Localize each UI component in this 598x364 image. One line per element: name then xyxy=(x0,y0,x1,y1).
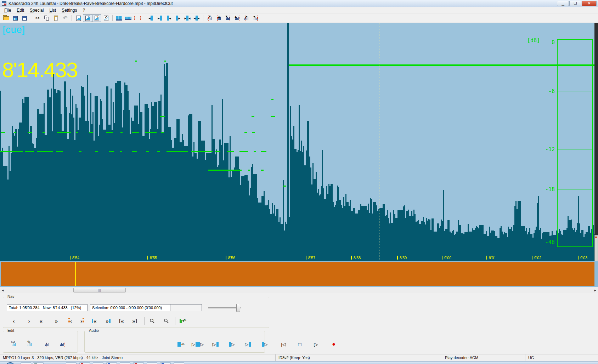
trim-out-a-button[interactable]: ◂ xyxy=(164,14,174,22)
sel-begin-back-button[interactable]: ‹ xyxy=(64,316,76,325)
taskbar-button[interactable] xyxy=(147,362,157,364)
nav-group-label: Nav xyxy=(6,294,16,298)
menu-item-help[interactable]: ? xyxy=(80,7,88,13)
sel-end-fwd-button[interactable]: › xyxy=(76,316,88,325)
goto-sel-end-button[interactable]: » xyxy=(102,316,114,325)
status-mode: UC xyxy=(525,354,598,362)
close-button[interactable]: ✕ xyxy=(582,1,597,6)
doc-wave-r-button[interactable]: ⟲ xyxy=(101,14,111,22)
trim-in-a-button[interactable]: ◂ xyxy=(146,14,155,22)
aux-field[interactable] xyxy=(170,304,202,311)
trim-out-b-button[interactable]: ▸ xyxy=(174,14,183,22)
waveform-canvas[interactable] xyxy=(0,23,598,261)
record-button[interactable]: ● xyxy=(328,340,340,349)
goto-start-button[interactable]: [« xyxy=(115,316,128,325)
menu-item-edit[interactable]: Edit xyxy=(14,7,27,13)
set-end-button[interactable] xyxy=(56,340,68,349)
cut-button[interactable]: ✂ xyxy=(33,14,42,22)
button-separator xyxy=(175,317,175,325)
wave-full-button[interactable] xyxy=(114,14,124,22)
maximize-button[interactable]: ❐ xyxy=(569,1,581,6)
toolbar-separator xyxy=(72,15,72,21)
menu-item-file[interactable]: File xyxy=(1,7,14,13)
step-fwd-button[interactable]: › xyxy=(23,316,35,325)
set-begin-button[interactable] xyxy=(41,340,53,349)
open-file-button[interactable] xyxy=(1,14,11,22)
marker-a-button[interactable]: ▾ xyxy=(205,14,214,22)
taskbar-button[interactable] xyxy=(120,362,130,364)
marker-d-button[interactable]: ▴ xyxy=(233,14,242,22)
zoom-in-button[interactable]: + xyxy=(146,316,158,325)
overview-bar[interactable] xyxy=(0,261,598,287)
undo-button[interactable]: ↶ xyxy=(61,14,70,22)
scroll-left-arrow[interactable]: ◄ xyxy=(0,288,5,293)
titlebar[interactable]: Kaaosradio 24h Lauantai - DnB-Breaks-Rav… xyxy=(0,0,598,7)
taskbar-button[interactable] xyxy=(21,362,31,364)
zoom-out-button[interactable]: − xyxy=(160,316,173,325)
position-field[interactable]: Total: 1:05'00.284 Now: 8'14.433 (12%) xyxy=(7,304,88,311)
toolbar-separator xyxy=(112,15,113,21)
taskbar-button[interactable] xyxy=(66,362,77,364)
pause-loop-button[interactable]: ∞ xyxy=(175,340,187,349)
taskbar-button[interactable] xyxy=(133,362,144,364)
scroll-thumb[interactable]: ||| xyxy=(73,288,126,292)
trim-both-a-button[interactable]: ▸◂ xyxy=(183,14,192,22)
gain-undo-button[interactable]: ↶ xyxy=(177,316,189,325)
wave-half-button[interactable] xyxy=(124,14,133,22)
time-tick-8'54: 8'54 xyxy=(70,255,79,260)
status-decoder: Play decoder: ACM xyxy=(442,354,525,362)
trim-in-b-button[interactable]: ▸ xyxy=(155,14,164,22)
status-format: MPEG1.0 Layer 3 - 320 kbps, VBR (267 kbp… xyxy=(0,354,276,362)
speed-slider-track[interactable] xyxy=(208,307,241,308)
selection-field[interactable]: Selection: 0'00.000 - 0'00.000 (0'00.000… xyxy=(90,304,170,311)
trim-both-b-button[interactable]: ◂▸ xyxy=(192,14,201,22)
play-button[interactable]: ▷ xyxy=(310,340,322,349)
marker-b-button[interactable]: ▴ xyxy=(214,14,224,22)
jump-back-button[interactable]: « xyxy=(35,316,47,325)
overview-fill xyxy=(1,262,594,286)
goto-end-button[interactable]: »] xyxy=(129,316,141,325)
menu-item-list[interactable]: List xyxy=(46,7,59,13)
marker-c-button[interactable]: ▾ xyxy=(224,14,233,22)
vertical-scrollbar[interactable] xyxy=(594,23,598,261)
windows-taskbar[interactable] xyxy=(0,361,598,364)
taskbar-button[interactable] xyxy=(33,362,44,364)
taskbar-button[interactable] xyxy=(93,362,103,364)
speed-slider-handle[interactable] xyxy=(236,304,240,312)
doc-wave-1-button[interactable]: 1 xyxy=(83,14,92,22)
step-back-button[interactable]: ‹ xyxy=(8,316,20,325)
play-from-begin-button[interactable]: ▷ xyxy=(226,340,238,349)
goto-sel-begin-button[interactable]: « xyxy=(88,316,100,325)
menu-item-settings[interactable]: Settings xyxy=(59,7,80,13)
overview-cursor[interactable] xyxy=(75,262,76,286)
doc-wave-2-button[interactable]: 2 xyxy=(92,14,101,22)
marker-f-button[interactable]: ◂ xyxy=(251,14,260,22)
minimize-button[interactable]: ▁ xyxy=(557,1,569,6)
horizontal-scrollbar[interactable]: ◄ ||| ► xyxy=(0,287,598,293)
play-to-end-button[interactable]: ▷ xyxy=(242,340,254,349)
doc-wave-button[interactable] xyxy=(74,14,83,22)
play-selection-button[interactable]: ▷▷ xyxy=(192,340,204,349)
menu-item-special[interactable]: Special xyxy=(27,7,46,13)
pen-button[interactable]: ✎ xyxy=(24,340,36,349)
taskbar-button[interactable] xyxy=(174,362,184,364)
time-tick-9'00: 9'00 xyxy=(442,255,451,260)
jump-fwd-button[interactable]: » xyxy=(50,316,62,325)
play-end-button[interactable]: ▷ xyxy=(259,340,271,349)
copy-button[interactable] xyxy=(42,14,51,22)
paste-button[interactable] xyxy=(51,14,61,22)
stop-button[interactable]: □ xyxy=(294,340,306,349)
cut-selection-button[interactable]: ✂ xyxy=(8,340,20,349)
scroll-right-arrow[interactable]: ► xyxy=(593,288,598,293)
vertical-scrollbar-thumb[interactable] xyxy=(594,235,598,261)
start-orb[interactable] xyxy=(6,362,15,364)
save-file-button[interactable] xyxy=(11,14,20,22)
taskbar-button[interactable] xyxy=(79,362,90,364)
taskbar-button[interactable] xyxy=(160,362,171,364)
taskbar-button[interactable] xyxy=(106,362,117,364)
play-begin-button[interactable]: ▷ xyxy=(209,340,221,349)
save-list-button[interactable] xyxy=(20,14,29,22)
wave-dot-button[interactable] xyxy=(133,14,142,22)
skip-to-start-button[interactable]: |◁ xyxy=(277,340,289,349)
marker-e-button[interactable]: ▸ xyxy=(242,14,251,22)
